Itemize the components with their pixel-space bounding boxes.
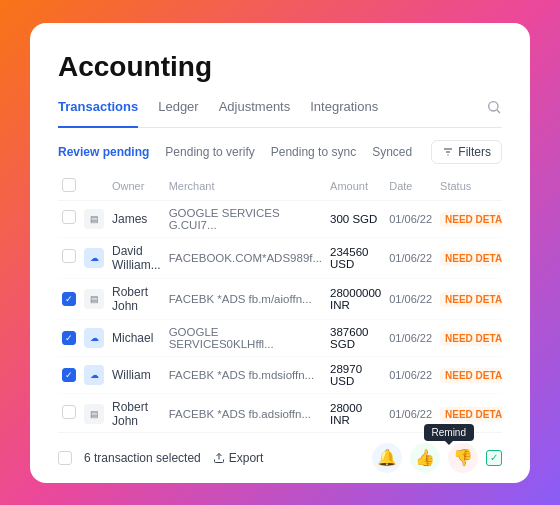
row-checkbox[interactable] bbox=[62, 368, 76, 382]
export-button[interactable]: Export bbox=[213, 451, 264, 465]
toolbar: Review pending Pending to verify Pending… bbox=[58, 140, 502, 164]
table-row: ▤JamesGOOGLE SERVICES G.CUI7...300 SGD01… bbox=[58, 200, 502, 237]
row-checkbox[interactable] bbox=[62, 210, 76, 224]
row-owner: James bbox=[108, 200, 165, 237]
tab-transactions[interactable]: Transactions bbox=[58, 99, 138, 128]
need-details-badge[interactable]: NEED DETAILS bbox=[440, 292, 502, 307]
row-merchant: FACEBK *ADS fb.adsioffn... bbox=[165, 393, 326, 432]
row-merchant: GOOGLE SERVICES G.CUI7... bbox=[165, 200, 326, 237]
need-details-badge[interactable]: NEED DETAILS bbox=[440, 331, 502, 346]
col-owner: Owner bbox=[108, 172, 165, 201]
row-owner: William bbox=[108, 356, 165, 393]
row-owner: David William... bbox=[108, 237, 165, 278]
col-date: Date bbox=[385, 172, 436, 201]
tab-integrations[interactable]: Integrations bbox=[310, 99, 378, 128]
footer-left: 6 transaction selected Export bbox=[58, 451, 263, 465]
tab-ledger[interactable]: Ledger bbox=[158, 99, 198, 128]
row-icon: ☁ bbox=[84, 248, 104, 268]
row-date: 01/06/22 bbox=[385, 237, 436, 278]
svg-point-0 bbox=[489, 101, 498, 110]
selected-count: 6 transaction selected bbox=[84, 451, 201, 465]
row-icon: ▤ bbox=[84, 289, 104, 309]
col-amount: Amount bbox=[326, 172, 385, 201]
row-date: 01/06/22 bbox=[385, 319, 436, 356]
row-checkbox[interactable] bbox=[62, 292, 76, 306]
filters-button[interactable]: Filters bbox=[431, 140, 502, 164]
export-icon bbox=[213, 452, 225, 464]
row-checkbox[interactable] bbox=[62, 249, 76, 263]
approve-button[interactable]: 👍 bbox=[410, 443, 440, 473]
subtab-synced[interactable]: Synced bbox=[372, 143, 412, 161]
row-amount: 387600 SGD bbox=[326, 319, 385, 356]
select-all-checkbox[interactable] bbox=[62, 178, 76, 192]
need-details-badge[interactable]: NEED DETAILS bbox=[440, 251, 502, 266]
row-icon: ☁ bbox=[84, 365, 104, 385]
row-date: 01/06/22 bbox=[385, 200, 436, 237]
row-amount: 300 SGD bbox=[326, 200, 385, 237]
row-amount: 28000000 INR bbox=[326, 278, 385, 319]
footer-checkbox[interactable] bbox=[58, 451, 72, 465]
row-merchant: FACEBK *ADS fb.mdsioffn... bbox=[165, 356, 326, 393]
transactions-table: Owner Merchant Amount Date Status ▤James… bbox=[58, 172, 502, 432]
need-details-badge[interactable]: NEED DETAILS bbox=[440, 407, 502, 422]
subtab-pending-sync[interactable]: Pending to sync bbox=[271, 143, 356, 161]
search-icon[interactable] bbox=[486, 99, 502, 127]
row-icon: ▤ bbox=[84, 404, 104, 424]
row-date: 01/06/22 bbox=[385, 356, 436, 393]
subtab-review-pending[interactable]: Review pending bbox=[58, 143, 149, 161]
filter-icon bbox=[442, 146, 454, 158]
row-owner: Robert John bbox=[108, 393, 165, 432]
footer-status-check: ✓ bbox=[486, 450, 502, 466]
remind-tooltip: Remind bbox=[424, 424, 474, 441]
table-row: ☁WilliamFACEBK *ADS fb.mdsioffn...28970 … bbox=[58, 356, 502, 393]
row-checkbox[interactable] bbox=[62, 405, 76, 419]
sub-tabs: Review pending Pending to verify Pending… bbox=[58, 143, 412, 161]
need-details-badge[interactable]: NEED DETAILS bbox=[440, 212, 502, 227]
main-card: Accounting Transactions Ledger Adjustmen… bbox=[30, 23, 530, 483]
row-icon: ▤ bbox=[84, 209, 104, 229]
table-row: ▤Robert JohnFACEBK *ADS fb.m/aioffn...28… bbox=[58, 278, 502, 319]
row-amount: 28970 USD bbox=[326, 356, 385, 393]
row-owner: Robert John bbox=[108, 278, 165, 319]
svg-line-1 bbox=[497, 110, 500, 113]
tab-adjustments[interactable]: Adjustments bbox=[219, 99, 291, 128]
filters-label: Filters bbox=[458, 145, 491, 159]
main-tabs: Transactions Ledger Adjustments Integrat… bbox=[58, 99, 502, 128]
row-merchant: FACEBK *ADS fb.m/aioffn... bbox=[165, 278, 326, 319]
page-title: Accounting bbox=[58, 51, 502, 83]
row-date: 01/06/22 bbox=[385, 278, 436, 319]
row-checkbox[interactable] bbox=[62, 331, 76, 345]
need-details-badge[interactable]: NEED DETAILS bbox=[440, 368, 502, 383]
row-icon: ☁ bbox=[84, 328, 104, 348]
remind-bell-button[interactable]: 🔔 bbox=[372, 443, 402, 473]
row-amount: 234560 USD bbox=[326, 237, 385, 278]
col-merchant: Merchant bbox=[165, 172, 326, 201]
row-merchant: GOOGLE SERVICES0KLHffl... bbox=[165, 319, 326, 356]
table-row: ☁David William...FACEBOOK.COM*ADS989f...… bbox=[58, 237, 502, 278]
subtab-pending-verify[interactable]: Pending to verify bbox=[165, 143, 254, 161]
transactions-table-wrap: Owner Merchant Amount Date Status ▤James… bbox=[58, 172, 502, 432]
row-owner: Michael bbox=[108, 319, 165, 356]
table-row: ☁MichaelGOOGLE SERVICES0KLHffl...387600 … bbox=[58, 319, 502, 356]
footer-actions: Remind 🔔 👍 👎 ✓ bbox=[372, 443, 502, 473]
col-status: Status bbox=[436, 172, 502, 201]
row-merchant: FACEBOOK.COM*ADS989f... bbox=[165, 237, 326, 278]
footer-bar: 6 transaction selected Export Remind 🔔 👍… bbox=[58, 432, 502, 483]
row-amount: 28000 INR bbox=[326, 393, 385, 432]
